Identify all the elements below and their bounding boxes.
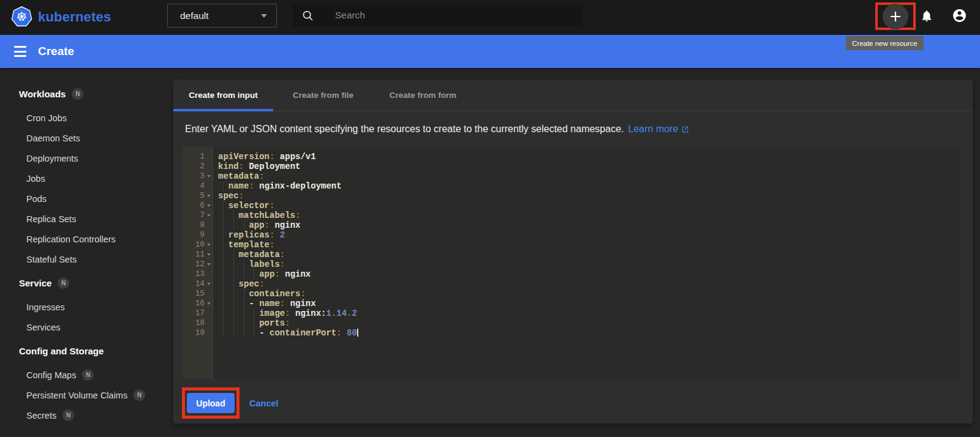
sidebar-item-label: Pods [26, 194, 47, 204]
fold-toggle-icon[interactable] [205, 195, 213, 197]
yaml-editor[interactable]: 12345678910111213141516171819 apiVersion… [183, 147, 960, 378]
code-line: matchLabels: [218, 211, 960, 220]
sidebar-item-ingresses[interactable]: Ingresses [0, 297, 173, 317]
namespaced-badge: N [58, 277, 69, 289]
fold-toggle-icon[interactable] [205, 204, 213, 207]
gutter-row: 13 [183, 269, 213, 279]
sidebar-item-jobs[interactable]: Jobs [0, 168, 173, 189]
code-line: apiVersion: apps/v1 [218, 152, 960, 162]
sidebar-item-label: Persistent Volume Claims [26, 390, 127, 400]
code-line: metadata: [218, 250, 960, 260]
plus-icon [888, 9, 903, 24]
description-text: Enter YAML or JSON content specifying th… [185, 124, 624, 135]
tooltip-create-new-resource: Create new resource [846, 36, 924, 50]
gutter-row: 18 [183, 318, 213, 328]
line-number: 15 [183, 289, 205, 298]
namespaced-badge: N [62, 409, 74, 421]
sidebar-item-cron-jobs[interactable]: Cron Jobs [0, 108, 173, 128]
line-number: 18 [183, 319, 205, 327]
fold-toggle-icon[interactable] [205, 302, 213, 305]
code-line: template: [218, 240, 960, 250]
cancel-button[interactable]: Cancel [249, 398, 279, 408]
tabs: Create from inputCreate from fileCreate … [173, 80, 973, 111]
code-line: name: nginx-deployment [218, 181, 960, 191]
sidebar-item-label: Deployments [26, 154, 78, 163]
kubernetes-logo-icon [11, 6, 32, 28]
fold-toggle-icon[interactable] [205, 253, 213, 256]
line-number: 2 [183, 162, 205, 171]
external-link-icon [681, 125, 689, 133]
sidebar-group-label: Service [19, 278, 51, 288]
search-bar[interactable] [293, 4, 583, 27]
sidebar-item-label: Replica Sets [26, 214, 76, 224]
fold-toggle-icon[interactable] [205, 283, 213, 285]
page-title: Create [38, 45, 74, 58]
sidebar-item-secrets[interactable]: SecretsN [0, 405, 173, 425]
line-number: 16 [183, 299, 205, 308]
text-cursor [357, 329, 358, 337]
sidebar-item-label: Replication Controllers [26, 234, 116, 244]
account-button[interactable] [952, 8, 967, 23]
gutter-row: 14 [183, 279, 213, 289]
gutter-row: 15 [183, 289, 213, 299]
sidebar-item-pods[interactable]: Pods [0, 189, 173, 209]
line-number: 6 [183, 201, 205, 210]
gutter-row: 19 [183, 328, 213, 338]
code-line: kind: Deployment [218, 162, 960, 171]
code-line: spec: [218, 279, 960, 289]
sidebar-group-label: Workloads [19, 89, 66, 99]
line-number: 4 [183, 182, 205, 190]
sidebar-group-items: IngressesServices [0, 297, 173, 337]
fold-toggle-icon[interactable] [205, 244, 213, 246]
sidebar-item-config-maps[interactable]: Config MapsN [0, 365, 173, 385]
search-input[interactable] [335, 10, 543, 21]
editor-code[interactable]: apiVersion: apps/v1kind: Deploymentmetad… [213, 147, 960, 378]
appbar: Create [0, 35, 980, 68]
sidebar-group-workloads[interactable]: WorkloadsN [0, 84, 173, 104]
gutter-row: 10 [183, 240, 213, 250]
gutter-row: 4 [183, 181, 213, 191]
sidebar-item-stateful-sets[interactable]: Stateful Sets [0, 249, 173, 269]
create-resource-button[interactable] [883, 4, 908, 29]
gutter-row: 3 [183, 171, 213, 181]
sidebar-group-config-and-storage[interactable]: Config and Storage [0, 341, 173, 361]
line-number: 5 [183, 192, 205, 200]
sidebar-item-deployments[interactable]: Deployments [0, 148, 173, 168]
sidebar-item-replica-sets[interactable]: Replica Sets [0, 209, 173, 229]
fold-toggle-icon[interactable] [205, 214, 213, 217]
gutter-row: 1 [183, 152, 213, 162]
tab-create-from-input[interactable]: Create from input [173, 80, 273, 111]
tab-create-from-file[interactable]: Create from file [273, 80, 373, 111]
line-number: 17 [183, 309, 205, 318]
tab-create-from-form[interactable]: Create from form [373, 80, 473, 111]
topbar: kubernetes default [0, 0, 980, 35]
gutter-row: 17 [183, 308, 213, 318]
line-number: 12 [183, 260, 205, 269]
kubernetes-logo[interactable]: kubernetes [11, 6, 111, 28]
create-card: Create from inputCreate from fileCreate … [173, 80, 973, 424]
sidebar-item-label: Cron Jobs [26, 113, 67, 123]
notifications-button[interactable] [920, 9, 933, 23]
sidebar-item-label: Services [26, 323, 61, 332]
sidebar-group-items: Config MapsNPersistent Volume ClaimsNSec… [0, 365, 173, 425]
fold-toggle-icon[interactable] [205, 175, 213, 177]
editor-gutter: 12345678910111213141516171819 [183, 147, 213, 378]
learn-more-link[interactable]: Learn more [628, 124, 690, 135]
line-number: 7 [183, 211, 205, 220]
namespace-selector[interactable]: default [167, 4, 277, 28]
menu-button[interactable] [14, 46, 26, 57]
upload-button[interactable]: Upload [187, 393, 235, 413]
gutter-row: 2 [183, 162, 213, 171]
sidebar-group-service[interactable]: ServiceN [0, 273, 173, 293]
sidebar-group-label: Config and Storage [19, 346, 104, 356]
description: Enter YAML or JSON content specifying th… [185, 124, 973, 135]
code-line: app: nginx [218, 220, 960, 230]
sidebar-item-daemon-sets[interactable]: Daemon Sets [0, 128, 173, 148]
namespaced-badge: N [82, 369, 94, 381]
sidebar-item-services[interactable]: Services [0, 317, 173, 337]
fold-toggle-icon[interactable] [205, 263, 213, 266]
namespaced-badge: N [134, 389, 145, 401]
code-line: containers: [218, 289, 960, 299]
sidebar-item-persistent-volume-claims[interactable]: Persistent Volume ClaimsN [0, 385, 173, 405]
sidebar-item-replication-controllers[interactable]: Replication Controllers [0, 229, 173, 249]
